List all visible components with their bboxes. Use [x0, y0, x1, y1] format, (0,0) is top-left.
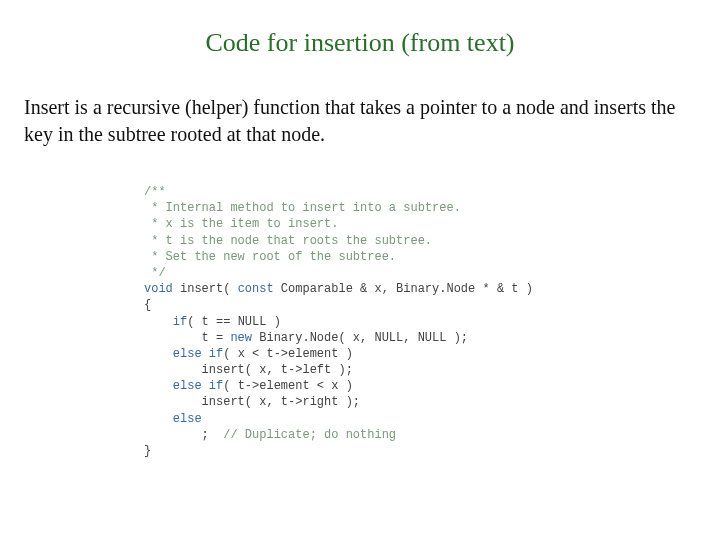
stmt: Binary.Node( x, NULL, NULL );: [252, 331, 468, 345]
keyword-void: void: [144, 282, 173, 296]
fn-signature: insert(: [173, 282, 238, 296]
keyword-new: new: [230, 331, 252, 345]
comment-line: */: [144, 266, 166, 280]
elseif-cond: ( t->element < x ): [223, 379, 353, 393]
comment-inline: // Duplicate; do nothing: [223, 428, 396, 442]
description-text: Insert is a recursive (helper) function …: [24, 94, 696, 148]
keyword-else: else: [173, 412, 202, 426]
comment-line: * Internal method to insert into a subtr…: [144, 201, 461, 215]
comment-line: * t is the node that roots the subtree.: [144, 234, 432, 248]
code-block: /** * Internal method to insert into a s…: [144, 184, 696, 459]
brace-close: }: [144, 444, 151, 458]
keyword-elseif: else if: [173, 347, 223, 361]
brace-open: {: [144, 298, 151, 312]
slide: Code for insertion (from text) Insert is…: [0, 0, 720, 540]
code-pre: /** * Internal method to insert into a s…: [144, 184, 696, 459]
slide-title: Code for insertion (from text): [24, 28, 696, 58]
if-cond: ( t == NULL ): [187, 315, 281, 329]
stmt: t =: [144, 331, 230, 345]
keyword-if: if: [173, 315, 187, 329]
stmt: insert( x, t->left );: [144, 363, 353, 377]
stmt: ;: [144, 428, 223, 442]
keyword-const: const: [238, 282, 274, 296]
elseif-cond: ( x < t->element ): [223, 347, 353, 361]
comment-line: /**: [144, 185, 166, 199]
keyword-elseif: else if: [173, 379, 223, 393]
comment-line: * x is the item to insert.: [144, 217, 338, 231]
stmt: insert( x, t->right );: [144, 395, 360, 409]
comment-line: * Set the new root of the subtree.: [144, 250, 396, 264]
fn-params: Comparable & x, Binary.Node * & t ): [274, 282, 533, 296]
